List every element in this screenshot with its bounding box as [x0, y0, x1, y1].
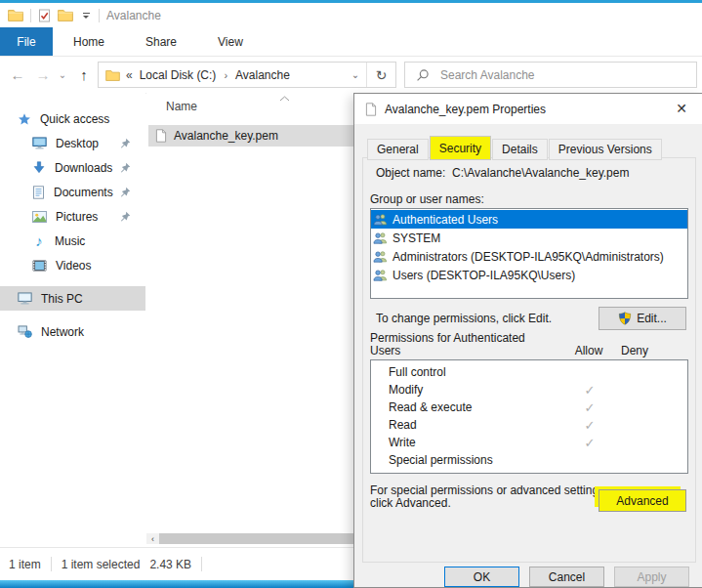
sidebar-item-label: Desktop — [56, 137, 99, 150]
apply-button[interactable]: Apply — [614, 567, 689, 587]
divider — [51, 557, 52, 571]
cancel-button[interactable]: Cancel — [529, 567, 604, 587]
groups-list-label: Group or user names: — [370, 192, 484, 206]
ribbon-tab-file[interactable]: File — [0, 27, 53, 56]
breadcrumb-local-disk[interactable]: Local Disk (C:) — [140, 68, 217, 82]
scroll-left-arrow[interactable]: ‹ — [146, 533, 159, 544]
permission-name: Full control — [371, 365, 568, 379]
permission-name: Special permissions — [371, 453, 568, 467]
divider — [30, 9, 31, 22]
back-button[interactable]: ← — [6, 57, 29, 93]
music-icon: ♪ — [32, 232, 46, 249]
sort-ascending-icon[interactable] — [279, 96, 290, 102]
horizontal-scrollbar[interactable]: ‹ — [146, 533, 353, 544]
permissions-header-line1: Permissions for Authenticated — [370, 331, 525, 345]
qat-properties-icon[interactable] — [38, 9, 51, 22]
allow-checkmark: ✓ — [568, 436, 611, 450]
explorer-folder-icon — [8, 9, 23, 21]
uac-shield-icon — [618, 312, 632, 325]
refresh-button[interactable]: ↻ — [366, 63, 395, 87]
deny-column-header: Deny — [613, 344, 656, 357]
permission-name: Read — [371, 418, 568, 432]
group-name: Administrators (DESKTOP-ILA95KQ\Administ… — [392, 250, 664, 264]
forward-button[interactable]: → — [31, 57, 55, 93]
sidebar-item-downloads[interactable]: Downloads — [0, 155, 145, 180]
users-group-icon — [373, 213, 388, 226]
group-name: Authenticated Users — [392, 213, 498, 227]
documents-icon — [32, 186, 45, 199]
address-bar[interactable]: « Local Disk (C:) › Avalanche ⌄ ↻ — [98, 62, 396, 88]
file-icon — [155, 129, 167, 143]
group-row-administrators[interactable]: Administrators (DESKTOP-ILA95KQ\Administ… — [371, 247, 687, 266]
pin-icon — [120, 211, 131, 222]
sidebar-item-videos[interactable]: Videos — [0, 253, 145, 277]
group-row-users[interactable]: Users (DESKTOP-ILA95KQ\Users) — [371, 266, 687, 284]
advanced-hint-line2: click Advanced. — [370, 496, 451, 510]
ok-button[interactable]: OK — [444, 567, 519, 587]
qat-new-folder-icon[interactable] — [58, 9, 73, 21]
address-dropdown-chevron[interactable]: ⌄ — [345, 69, 366, 80]
file-list-header: Name — [146, 93, 353, 118]
advanced-button[interactable]: Advanced — [599, 489, 686, 512]
allow-checkmark: ✓ — [568, 418, 611, 433]
scrollbar-thumb[interactable] — [159, 533, 353, 544]
permission-row-read[interactable]: Read ✓ — [371, 416, 687, 434]
allow-column-header: Allow — [567, 344, 610, 357]
sidebar-item-label: Quick access — [40, 112, 109, 126]
group-row-authenticated-users[interactable]: Authenticated Users — [371, 210, 687, 229]
window-title: Avalanche — [106, 9, 161, 22]
qat-customize-button[interactable] — [80, 13, 92, 19]
permission-row-special-permissions[interactable]: Special permissions — [371, 451, 687, 469]
permission-row-read-execute[interactable]: Read & execute ✓ — [371, 399, 687, 416]
file-row-avalanche-key[interactable]: Avalanche_key.pem — [148, 125, 355, 147]
column-header-name[interactable]: Name — [166, 100, 197, 113]
tab-security[interactable]: Security — [430, 136, 491, 160]
sidebar-item-this-pc[interactable]: This PC — [0, 286, 145, 311]
sidebar-item-documents[interactable]: Documents — [0, 180, 145, 204]
users-group-icon — [373, 250, 388, 263]
this-pc-icon — [18, 292, 32, 305]
sidebar-item-pictures[interactable]: Pictures — [0, 204, 145, 229]
ribbon-tab-strip: File Home Share View — [0, 27, 702, 57]
users-group-icon — [373, 231, 388, 244]
close-icon[interactable]: ✕ — [676, 101, 687, 116]
sidebar: Quick access Desktop Downloads Documents — [0, 93, 145, 547]
permissions-listbox: Full control Modify ✓ Read & execute ✓ R… — [370, 359, 688, 474]
search-box[interactable] — [404, 62, 697, 88]
ribbon-tab-view[interactable]: View — [197, 27, 264, 56]
history-dropdown-button[interactable]: ⌄ — [55, 57, 70, 93]
breadcrumb-separator[interactable]: › — [224, 69, 227, 81]
title-bar: Avalanche — [0, 3, 702, 27]
navigation-bar: ← → ⌄ ↑ « Local Disk (C:) › Avalanche ⌄ … — [0, 57, 702, 94]
status-item-count: 1 item — [9, 558, 41, 571]
group-user-listbox: Authenticated Users SYSTEM Administrator… — [370, 208, 688, 299]
permission-row-modify[interactable]: Modify ✓ — [371, 381, 687, 399]
ribbon-tab-share[interactable]: Share — [125, 27, 197, 56]
dialog-tab-strip: General Security Details Previous Versio… — [367, 136, 663, 160]
group-row-system[interactable]: SYSTEM — [371, 229, 687, 247]
pin-icon — [120, 162, 131, 173]
permission-row-full-control[interactable]: Full control — [371, 363, 687, 381]
divider — [201, 557, 202, 571]
tab-general[interactable]: General — [367, 139, 429, 160]
tab-previous-versions[interactable]: Previous Versions — [549, 139, 662, 160]
edit-button-label: Edit... — [637, 312, 667, 325]
permission-row-write[interactable]: Write ✓ — [371, 434, 687, 451]
tab-details[interactable]: Details — [492, 139, 548, 160]
edit-hint-text: To change permissions, click Edit. — [376, 312, 552, 325]
network-icon — [18, 325, 32, 338]
sidebar-item-quick-access[interactable]: Quick access — [0, 106, 145, 131]
search-input[interactable] — [438, 67, 696, 83]
sidebar-item-music[interactable]: ♪ Music — [0, 229, 145, 253]
properties-dialog: Avalanche_key.pem Properties ✕ General S… — [353, 93, 702, 588]
permission-name: Read & execute — [371, 400, 568, 414]
dialog-file-icon — [365, 103, 377, 116]
object-name-value: C:\Avalanche\Avalanche_key.pem — [452, 166, 629, 180]
sidebar-item-network[interactable]: Network — [0, 319, 145, 344]
edit-button[interactable]: Edit... — [599, 307, 686, 330]
breadcrumb-overflow-chevron[interactable]: « — [126, 68, 133, 82]
up-button[interactable]: ↑ — [72, 57, 96, 93]
sidebar-item-desktop[interactable]: Desktop — [0, 131, 145, 155]
breadcrumb-avalanche[interactable]: Avalanche — [235, 68, 290, 82]
ribbon-tab-home[interactable]: Home — [53, 27, 125, 56]
